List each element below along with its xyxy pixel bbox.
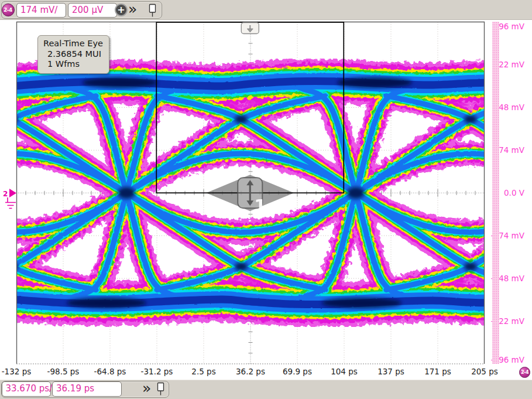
x-axis-tick-label: 205 ps: [464, 367, 505, 377]
measurement-info-box: Real-Time Eye 2.36854 MUI 1 Wfms: [37, 35, 109, 74]
info-box-wfms: 1 Wfms: [43, 59, 103, 70]
voltage-axis-channel-bar[interactable]: [492, 22, 499, 364]
marker-number-label: 1: [254, 196, 266, 216]
oscilloscope-screen: 1 2 696 mV522 mV348 mV174 mV0.0 V-174 mV…: [0, 0, 532, 399]
x-axis-tick-label: 36.2 ps: [230, 367, 271, 377]
density-hotspot: [67, 298, 146, 308]
horizontal-scale-field[interactable]: 33.670 ps/: [2, 381, 51, 397]
ground-symbol-icon: [5, 197, 16, 209]
x-axis-tick-label: 2.5 ps: [183, 367, 224, 377]
pin-icon[interactable]: [147, 3, 158, 18]
density-hotspot: [118, 187, 135, 199]
trigger-arrow-icon: [9, 189, 16, 197]
x-axis-tick-label: -31.2 ps: [136, 367, 177, 377]
x-axis-tick-label: 137 ps: [370, 367, 411, 377]
expand-chevrons-icon[interactable]: »: [128, 2, 137, 17]
horizontal-scale-toolbar: 33.670 ps/ 36.19 ps »: [0, 380, 532, 399]
density-hotspot: [5, 115, 18, 123]
vertical-scale-field[interactable]: 174 mV/: [16, 3, 66, 18]
density-hotspot: [464, 115, 477, 123]
horizontal-position-field[interactable]: 36.19 ps: [52, 381, 122, 397]
density-hotspot: [235, 115, 248, 123]
density-hotspot: [347, 187, 365, 199]
density-hotspot: [337, 77, 412, 88]
x-axis-tick-label: 104 ps: [324, 367, 365, 377]
add-scale-button[interactable]: +: [115, 4, 128, 16]
density-hotspot: [322, 298, 401, 308]
x-axis-tick-label: 171 ps: [417, 367, 458, 377]
info-box-title: Real-Time Eye: [43, 39, 103, 49]
channel-badge[interactable]: 2-4: [519, 367, 530, 378]
trigger-level-marker[interactable]: 2: [3, 189, 16, 209]
expand-chevrons-icon[interactable]: »: [142, 381, 151, 396]
x-axis-tick-label: -64.8 ps: [90, 367, 131, 377]
x-axis-tick-label: 69.9 ps: [277, 367, 318, 377]
density-hotspot: [464, 262, 477, 271]
density-hotspot: [83, 77, 157, 88]
vertical-offset-field[interactable]: 200 µV: [68, 3, 117, 18]
pin-icon[interactable]: [156, 381, 166, 396]
vertical-scale-toolbar: 2-4 174 mV/ 200 µV + »: [0, 0, 532, 20]
density-hotspot: [235, 262, 248, 271]
x-axis-tick-label: -98.5 ps: [43, 367, 84, 377]
density-hotspot: [5, 262, 18, 271]
x-axis-tick-label: -132 ps: [0, 367, 37, 377]
trigger-channel-number: 2: [3, 190, 8, 198]
channel-badge[interactable]: 2-4: [2, 4, 15, 16]
info-box-mui: 2.36854 MUI: [43, 49, 103, 60]
